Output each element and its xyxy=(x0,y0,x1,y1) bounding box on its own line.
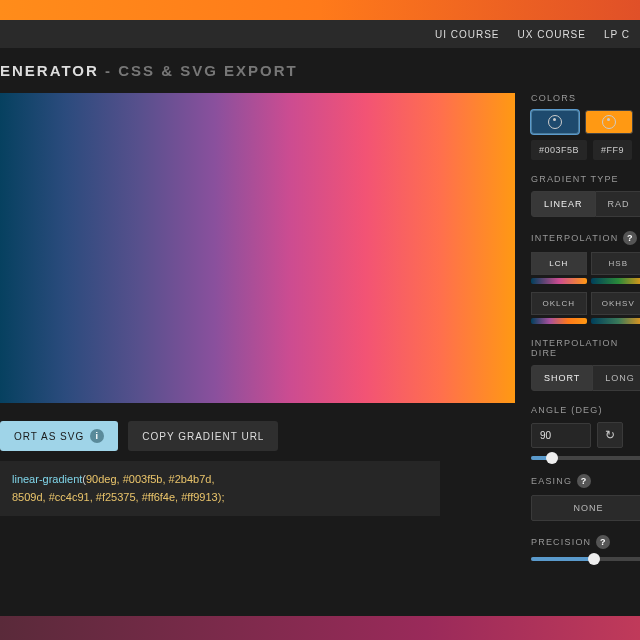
help-icon[interactable]: ? xyxy=(596,535,610,549)
help-icon[interactable]: ? xyxy=(577,474,591,488)
precision-slider[interactable] xyxy=(531,557,640,561)
title-sub: - CSS & SVG EXPORT xyxy=(99,62,298,79)
interp-okhsv-button[interactable]: OKHSV xyxy=(591,292,641,315)
interpolation-label: INTERPOLATION ? xyxy=(531,231,640,245)
color-swatch-2[interactable] xyxy=(585,110,633,134)
gradient-type-label: GRADIENT TYPE xyxy=(531,174,640,184)
page-title: ENERATOR - CSS & SVG EXPORT xyxy=(0,48,640,93)
copy-url-button[interactable]: COPY GRADIENT URL xyxy=(128,421,278,451)
slider-thumb[interactable] xyxy=(588,553,600,565)
nav-ux-course[interactable]: UX COURSE xyxy=(517,29,585,40)
hex-input-1[interactable]: #003F5B xyxy=(531,140,587,160)
interp-lch-preview xyxy=(531,278,587,284)
gradient-linear-button[interactable]: LINEAR xyxy=(531,191,596,217)
nav-lp[interactable]: LP C xyxy=(604,29,630,40)
interp-hsb-button[interactable]: HSB xyxy=(591,252,641,275)
easing-label: EASING ? xyxy=(531,474,640,488)
help-icon[interactable]: ? xyxy=(623,231,637,245)
angle-input[interactable] xyxy=(531,423,591,448)
nav-ui-course[interactable]: UI COURSE xyxy=(435,29,500,40)
precision-label: PRECISION ? xyxy=(531,535,640,549)
export-svg-button[interactable]: ORT AS SVG i xyxy=(0,421,118,451)
bottom-gradient-bar xyxy=(0,616,640,640)
top-gradient-bar xyxy=(0,0,640,20)
gradient-preview xyxy=(0,93,515,403)
color-swatch-1[interactable] xyxy=(531,110,579,134)
interp-lch-button[interactable]: LCH xyxy=(531,252,587,275)
gradient-radial-button[interactable]: RAD xyxy=(596,191,640,217)
css-output[interactable]: linear-gradient(90deg, #003f5b, #2b4b7d,… xyxy=(0,461,440,516)
angle-label: ANGLE (DEG) xyxy=(531,405,640,415)
palette-icon xyxy=(602,115,616,129)
palette-icon xyxy=(548,115,562,129)
info-icon: i xyxy=(90,429,104,443)
interp-short-button[interactable]: SHORT xyxy=(531,365,593,391)
interp-oklch-button[interactable]: OKLCH xyxy=(531,292,587,315)
title-main: ENERATOR xyxy=(0,62,99,79)
colors-label: COLORS xyxy=(531,93,640,103)
hex-input-2[interactable]: #FF9 xyxy=(593,140,632,160)
angle-rotate-button[interactable]: ↻ xyxy=(597,422,623,448)
interp-hsb-preview xyxy=(591,278,641,284)
interp-long-button[interactable]: LONG xyxy=(593,365,640,391)
interp-oklch-preview xyxy=(531,318,587,324)
top-nav: UI COURSE UX COURSE LP C xyxy=(0,20,640,48)
slider-thumb[interactable] xyxy=(546,452,558,464)
angle-slider[interactable] xyxy=(531,456,640,460)
interp-okhsv-preview xyxy=(591,318,641,324)
interp-dir-label: INTERPOLATION DIRE xyxy=(531,338,640,358)
easing-none-button[interactable]: NONE xyxy=(531,495,640,521)
